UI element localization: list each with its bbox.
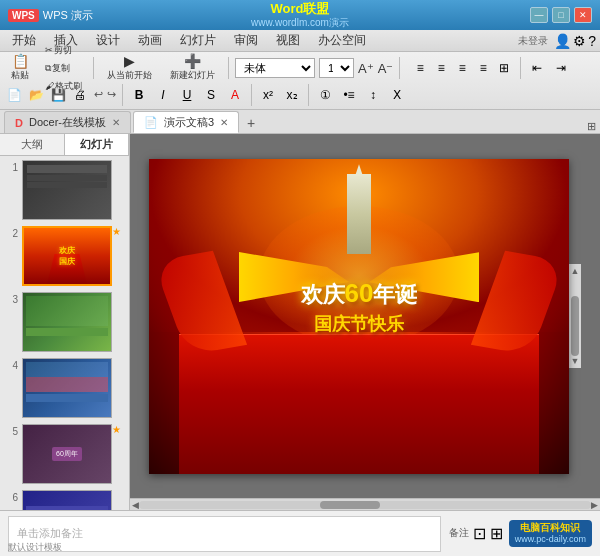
status-right: 备注 ⊡ ⊞ 电脑百科知识 www.pc-daily.com [449, 520, 592, 547]
tab-docer[interactable]: D Docer-在线模板 ✕ [4, 111, 131, 133]
menu-slideshow[interactable]: 幻灯片 [172, 30, 224, 51]
font-grow-button[interactable]: A⁺ [358, 61, 374, 76]
view-toggle-button[interactable]: ⊞ [587, 120, 596, 133]
slide-number: 6 [4, 490, 18, 503]
title-bar-controls[interactable]: — □ ✕ [530, 7, 592, 23]
start-slide-button[interactable]: ▶ 从当前开始 [100, 51, 159, 85]
title-line1: 欢庆60年诞 [301, 278, 418, 310]
undo-button[interactable]: ↩ [94, 88, 103, 101]
separator-4 [520, 57, 521, 79]
line-spacing-button[interactable]: ↕ [363, 85, 383, 105]
bold-button[interactable]: B [129, 85, 149, 105]
strikethrough-button[interactable]: S [201, 85, 221, 105]
font-size-select[interactable]: 18 [319, 58, 354, 78]
status-bar: 单击添加备注 备注 ⊡ ⊞ 电脑百科知识 www.pc-daily.com 默认… [0, 510, 600, 556]
menu-design[interactable]: 设计 [88, 30, 128, 51]
menu-animation[interactable]: 动画 [130, 30, 170, 51]
brand-badge: 电脑百科知识 www.pc-daily.com [509, 520, 592, 547]
copy-button[interactable]: ⧉ 复制 [40, 60, 87, 77]
notes-area[interactable]: 单击添加备注 [8, 516, 441, 552]
slide-item[interactable]: 6 [4, 490, 125, 510]
separator-2 [228, 57, 229, 79]
numbering-button[interactable]: ① [315, 85, 335, 105]
presentation-tab-close[interactable]: ✕ [220, 117, 228, 128]
font-shrink-button[interactable]: A⁻ [378, 61, 394, 76]
toolbar-row1: 📋 粘贴 ✂ 剪切 ⧉ 复制 🖌 格式刷 ▶ 从当前开始 ➕ 新建幻灯片 [4, 54, 596, 82]
separator-7 [308, 84, 309, 106]
redo-button[interactable]: ↪ [107, 88, 116, 101]
slide-item[interactable]: 3 [4, 292, 125, 352]
slide-canvas: 欢庆60年诞 国庆节快乐 [149, 159, 569, 474]
star-marker: ★ [112, 424, 121, 435]
slide-number: 4 [4, 358, 18, 371]
scroll-thumb-h[interactable] [320, 501, 380, 509]
new-file-button[interactable]: 📄 [4, 85, 24, 105]
slide-item[interactable]: 4 [4, 358, 125, 418]
menu-start[interactable]: 开始 [4, 30, 44, 51]
close-button[interactable]: ✕ [574, 7, 592, 23]
separator-5 [122, 84, 123, 106]
subscript-button[interactable]: x₂ [282, 85, 302, 105]
italic-button[interactable]: I [153, 85, 173, 105]
bullets-button[interactable]: •≡ [339, 85, 359, 105]
scroll-up-button[interactable]: ▲ [571, 266, 580, 276]
scroll-right-button[interactable]: ▶ [591, 500, 598, 510]
title-center: Word联盟 www.wordlm.com演示 [251, 1, 349, 30]
panel-tab-outline[interactable]: 大纲 [0, 134, 65, 155]
canvas-with-scroll: 欢庆60年诞 国庆节快乐 [130, 134, 600, 510]
new-slide-icon: ➕ [184, 54, 201, 68]
workspace: 大纲 幻灯片 1 2 [0, 134, 600, 510]
add-tab-button[interactable]: + [241, 113, 261, 133]
clear-format-button[interactable]: Ⅹ [387, 85, 407, 105]
scroll-thumb[interactable] [571, 296, 579, 356]
cut-button[interactable]: ✂ 剪切 [40, 42, 87, 59]
align-right-button[interactable]: ≡ [452, 58, 472, 78]
new-slide-button[interactable]: ➕ 新建幻灯片 [163, 51, 222, 85]
normal-view-button[interactable]: ⊡ [473, 524, 486, 543]
paste-button[interactable]: 📋 粘贴 [4, 51, 36, 85]
minimize-button[interactable]: — [530, 7, 548, 23]
align-justify-button[interactable]: ≡ [473, 58, 493, 78]
align-center-button[interactable]: ≡ [431, 58, 451, 78]
align-dist-button[interactable]: ⊞ [494, 58, 514, 78]
cut-label: 剪切 [54, 44, 72, 57]
new-slide-label: 新建幻灯片 [170, 69, 215, 82]
panel-tab-slides[interactable]: 幻灯片 [65, 134, 130, 155]
scroll-left-button[interactable]: ◀ [132, 500, 139, 510]
print-button[interactable]: 🖨 [70, 85, 90, 105]
horizontal-scrollbar[interactable]: ◀ ▶ [130, 498, 600, 510]
align-left-button[interactable]: ≡ [410, 58, 430, 78]
maximize-button[interactable]: □ [552, 7, 570, 23]
docer-tab-close[interactable]: ✕ [112, 117, 120, 128]
slide-item[interactable]: 2 欢庆国庆 ★ [4, 226, 125, 286]
menu-view[interactable]: 视图 [268, 30, 308, 51]
brand-title: 电脑百科知识 [520, 522, 580, 534]
font-color-button[interactable]: A [225, 85, 245, 105]
indent-increase-button[interactable]: ⇥ [551, 58, 571, 78]
menu-office[interactable]: 办公空间 [310, 30, 374, 51]
indent-decrease-button[interactable]: ⇤ [527, 58, 547, 78]
menu-review[interactable]: 审阅 [226, 30, 266, 51]
slide-item[interactable]: 5 60周年 ★ [4, 424, 125, 484]
underline-button[interactable]: U [177, 85, 197, 105]
brand-name: Word联盟 [271, 1, 330, 16]
settings-icon[interactable]: ⚙ [573, 33, 586, 49]
app-title: WPS 演示 [43, 8, 93, 23]
separator-1 [93, 57, 94, 79]
scroll-track [139, 501, 591, 509]
save-file-button[interactable]: 💾 [48, 85, 68, 105]
slide-item[interactable]: 1 [4, 160, 125, 220]
vertical-scrollbar[interactable]: ▲ ▼ [569, 264, 581, 368]
font-family-select[interactable]: 未体 [235, 58, 315, 78]
superscript-button[interactable]: x² [258, 85, 278, 105]
help-icon[interactable]: ? [588, 33, 596, 49]
title-bar-left: WPS WPS 演示 [8, 8, 93, 23]
tab-presentation[interactable]: 📄 演示文稿3 ✕ [133, 111, 239, 133]
open-file-button[interactable]: 📂 [26, 85, 46, 105]
notes-placeholder: 单击添加备注 [17, 526, 83, 541]
title-line2: 国庆节快乐 [301, 312, 418, 336]
slide-view-button[interactable]: ⊞ [490, 524, 503, 543]
start-slide-label: 从当前开始 [107, 69, 152, 82]
user-icon: 👤 [554, 33, 571, 49]
scroll-down-button[interactable]: ▼ [571, 356, 580, 366]
